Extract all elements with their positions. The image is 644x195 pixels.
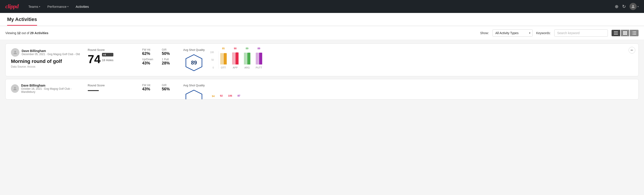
stat-updown: Up/Down 43% xyxy=(142,58,158,66)
bar-chart: 85 OTT 90 xyxy=(218,51,290,69)
svg-rect-10 xyxy=(633,33,636,33)
keywords-label: Keywords: xyxy=(536,31,551,35)
teams-chevron-icon: ▾ xyxy=(39,5,40,8)
svg-rect-12 xyxy=(633,34,636,34)
data-source: Data Source: Arccos xyxy=(11,65,82,68)
gir-label-2: GIR xyxy=(162,84,178,87)
bar-group-app-2: 92 xyxy=(220,94,223,98)
add-icon[interactable]: ⊕ xyxy=(615,4,618,9)
svg-point-16 xyxy=(14,87,16,88)
user-date-2: October 16, 2021 · Gog Magog Golf Club -… xyxy=(21,87,82,94)
user-info-2: Dave Billingham October 16, 2021 · Gog M… xyxy=(11,84,82,94)
hexagon-2 xyxy=(185,89,203,100)
fw-hit-label-2: FW Hit xyxy=(142,84,158,87)
svg-rect-9 xyxy=(632,32,632,32)
show-label: Show: xyxy=(480,31,489,35)
refresh-icon[interactable]: ↻ xyxy=(622,4,626,9)
main-content: ✏ Dave Billingham December 05, 2021 · Go… xyxy=(0,40,644,106)
page-title: My Activities xyxy=(7,16,37,26)
svg-rect-6 xyxy=(623,33,625,35)
bar-group-arg: 89 ARG xyxy=(244,47,250,69)
fw-hit-label: FW Hit xyxy=(142,48,158,51)
view-list-detail-button[interactable] xyxy=(630,30,639,36)
svg-rect-1 xyxy=(614,32,618,32)
hexagon-score: 89 xyxy=(191,60,197,66)
logo[interactable]: clippd xyxy=(5,3,18,10)
nav-item-activities[interactable]: Activities xyxy=(73,3,92,10)
edit-button[interactable]: ✏ xyxy=(628,47,635,54)
updown-value: 43% xyxy=(142,61,158,66)
bar-value-app: 90 xyxy=(234,47,236,50)
svg-rect-8 xyxy=(633,32,636,32)
nav-performance-label: Performance xyxy=(47,5,66,8)
user-info: Dave Billingham December 05, 2021 · Gog … xyxy=(11,48,82,57)
bar-group-ott-2: 94 xyxy=(212,95,215,98)
card-left-2: Dave Billingham October 16, 2021 · Gog M… xyxy=(11,84,82,95)
avatar-2 xyxy=(11,84,19,93)
1putt-label: 1 Putt xyxy=(162,58,178,61)
bar-app xyxy=(232,51,238,64)
viewing-count: 12 xyxy=(17,31,21,35)
bar-group-putt-2: 87 xyxy=(238,94,240,98)
bar-value-arg: 89 xyxy=(246,47,248,50)
activity-type-select-wrapper[interactable]: All Activity Types ▾ xyxy=(492,30,533,36)
bar-value-app-2: 92 xyxy=(220,94,223,97)
activity-type-select[interactable]: All Activity Types xyxy=(492,30,533,36)
round-score-section-2: Round Score xyxy=(88,84,137,91)
gir-label: GIR xyxy=(162,48,178,51)
stat-grid: FW Hit 62% GIR 50% Up/Down 43% 1 Putt 28… xyxy=(142,48,178,66)
avg-quality-label: Avg Shot Quality xyxy=(183,48,205,52)
round-score-label: Round Score xyxy=(88,48,137,52)
viewing-suffix: Activities xyxy=(34,31,48,35)
round-score-row: 74 +4 18 Holes xyxy=(88,53,137,65)
bar-chart-wrapper: 100 50 0 85 OTT xyxy=(210,51,290,69)
user-date: December 05, 2021 · Gog Magog Golf Club … xyxy=(22,53,80,56)
svg-point-0 xyxy=(632,5,634,6)
bar-putt xyxy=(256,51,262,64)
holes-label: 18 Holes xyxy=(102,58,113,62)
bar-arg xyxy=(244,51,250,64)
bar-ott xyxy=(220,51,227,64)
activity-title: Morning round of golf xyxy=(11,58,82,64)
view-grid-button[interactable] xyxy=(621,30,629,36)
svg-rect-5 xyxy=(625,31,627,33)
svg-marker-17 xyxy=(186,90,202,100)
bar-group-ott: 85 OTT xyxy=(220,47,227,69)
view-list-compact-button[interactable] xyxy=(612,30,620,36)
bar-label-ott: OTT xyxy=(221,66,226,69)
updown-label: Up/Down xyxy=(142,58,158,61)
avatar xyxy=(630,3,637,10)
card-left: Dave Billingham December 05, 2021 · Gog … xyxy=(11,48,82,68)
y-label-0: 0 xyxy=(213,66,214,69)
search-input[interactable] xyxy=(554,30,608,36)
avg-quality-section-2: Avg Shot Quality 94 92 106 87 xyxy=(183,84,290,100)
stat-1putt: 1 Putt 28% xyxy=(162,58,178,66)
stat-gir-2: GIR 56% xyxy=(162,84,178,92)
nav-item-performance[interactable]: Performance ▾ xyxy=(45,3,71,10)
y-label-100: 100 xyxy=(210,51,214,54)
svg-rect-2 xyxy=(614,33,618,33)
fw-hit-value-2: 43% xyxy=(142,87,158,92)
avg-quality-section: Avg Shot Quality 89 100 50 0 xyxy=(183,48,290,72)
avatar xyxy=(11,48,20,57)
avatar-wrapper[interactable]: ▾ xyxy=(630,3,639,10)
viewing-total: 29 xyxy=(30,31,34,35)
bar-label-putt: PUTT xyxy=(256,66,262,69)
y-label-50: 50 xyxy=(211,59,214,61)
activity-card-2: Dave Billingham October 16, 2021 · Gog M… xyxy=(5,79,639,100)
activity-card: ✏ Dave Billingham December 05, 2021 · Go… xyxy=(5,44,639,76)
bar-label-arg: ARG xyxy=(244,66,250,69)
bar-group-putt: 89 PUTT xyxy=(256,47,262,69)
score-value: 74 xyxy=(88,53,101,65)
bar-value-ott: 85 xyxy=(222,47,225,50)
nav-teams-label: Teams xyxy=(28,5,38,8)
avg-quality-label-2: Avg Shot Quality xyxy=(183,84,205,87)
svg-rect-4 xyxy=(623,31,625,33)
user-name-2: Dave Billingham xyxy=(21,84,82,87)
bar-group-app: 90 APP xyxy=(232,47,238,69)
nav-item-teams[interactable]: Teams ▾ xyxy=(26,3,43,10)
round-score-section: Round Score 74 +4 18 Holes xyxy=(88,48,137,66)
stat-gir: GIR 50% xyxy=(162,48,178,56)
score-badge: +4 xyxy=(102,53,113,56)
viewing-text: Viewing 12 out of 29 Activities xyxy=(5,31,477,35)
